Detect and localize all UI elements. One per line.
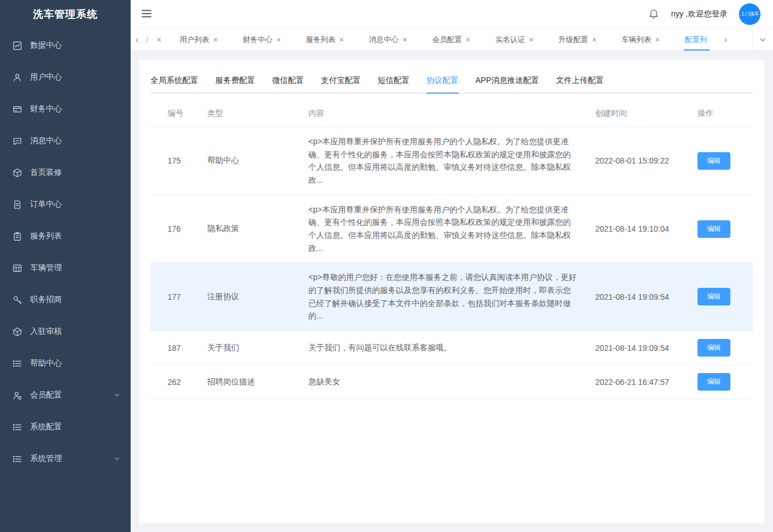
column-header: 类型: [202, 98, 303, 127]
close-tab-icon[interactable]: ×: [466, 36, 470, 44]
config-tab-1[interactable]: 服务费配置: [207, 76, 264, 94]
config-card: 全局系统配置 服务费配置 微信配置 支付宝配置 短信配置 协议配置 APP消息推…: [139, 60, 764, 523]
config-tab-label: 短信配置: [378, 76, 410, 85]
config-tab-label: 协议配置: [427, 76, 458, 85]
config-tab-3[interactable]: 支付宝配置: [312, 76, 369, 94]
sidebar-item-job-investment[interactable]: 职务招商: [0, 284, 131, 316]
tabs-scroll-right-icon[interactable]: ›: [720, 28, 732, 51]
welcome-text: nyy ,欢迎您登录: [671, 9, 728, 19]
sidebar-item-label: 系统管理: [30, 454, 114, 464]
config-tab-0[interactable]: 全局系统配置: [151, 76, 207, 94]
config-tab-label: 文件上传配置: [556, 76, 604, 85]
tab-label: 升级配置: [558, 35, 588, 45]
tab-label: 〉: [145, 35, 153, 45]
cell-id: 177: [151, 263, 202, 331]
config-tab-7[interactable]: 文件上传配置: [548, 76, 612, 94]
sidebar-item-label: 车辆管理: [30, 263, 120, 273]
sidebar-item-vehicle-management[interactable]: 车辆管理: [0, 252, 131, 284]
open-tab-9[interactable]: 配置列: [672, 28, 720, 51]
user-icon: [12, 73, 22, 82]
table-row: 176 隐私政策 <p>本应用尊重并保护所有使用服务用户的个人隐私权。为了给您提…: [151, 195, 753, 263]
cell-actions: 编辑: [692, 195, 753, 263]
open-tab-1[interactable]: 用户列表 ×: [167, 28, 230, 51]
main-area: nyy ,欢迎您登录 上门洗车 ‹ 〉 × 用户列表 × 财务中心 × 服务列表…: [131, 0, 773, 532]
sidebar-item-home-decoration[interactable]: 首页装修: [0, 157, 131, 188]
tab-label: 用户列表: [179, 35, 209, 45]
sidebar-item-label: 服务列表: [30, 231, 120, 241]
open-tab-5[interactable]: 会员配置 ×: [420, 28, 483, 51]
cell-actions: 编辑: [692, 331, 753, 365]
table-row: 187 关于我们 关于我们，有问题可以在线联系客服哦。 2021-08-14 1…: [151, 331, 753, 365]
column-header: 内容: [303, 98, 590, 127]
sidebar-item-system-management[interactable]: 系统管理: [0, 443, 131, 475]
config-tab-5[interactable]: 协议配置: [418, 76, 467, 94]
sidebar-item-order-center[interactable]: 订单中心: [0, 188, 131, 220]
close-tab-icon[interactable]: ×: [157, 36, 161, 44]
config-tab-6[interactable]: APP消息推送配置: [467, 76, 548, 94]
tabs-dropdown-button[interactable]: [752, 28, 773, 51]
cell-created-time: 2022-08-01 15:09:22: [590, 127, 692, 195]
sidebar-item-entry-audit[interactable]: 入驻审核: [0, 316, 131, 347]
sidebar-item-label: 帮助中心: [30, 358, 120, 368]
sidebar-item-message-center[interactable]: 消息中心: [0, 125, 131, 157]
open-tab-0[interactable]: 〉 ×: [143, 28, 167, 51]
close-tab-icon[interactable]: ×: [592, 36, 596, 44]
member-icon: [12, 391, 22, 400]
open-tab-8[interactable]: 车辆列表 ×: [609, 28, 672, 51]
sidebar-item-service-list[interactable]: 服务列表: [0, 220, 131, 252]
sidebar-item-help-center[interactable]: 帮助中心: [0, 347, 131, 379]
edit-button[interactable]: 编辑: [697, 288, 730, 305]
open-tab-6[interactable]: 实名认证 ×: [483, 28, 546, 51]
close-tab-icon[interactable]: ×: [655, 36, 660, 44]
open-tab-4[interactable]: 消息中心 ×: [357, 28, 420, 51]
sidebar-item-finance-center[interactable]: 财务中心: [0, 93, 131, 125]
close-tab-icon[interactable]: ×: [213, 36, 218, 44]
clipboard-icon: [12, 232, 22, 241]
wallet-icon: [12, 104, 22, 114]
sidebar-item-data-center[interactable]: 数据中心: [0, 30, 131, 61]
cell-content: <p>尊敬的用户您好：在您使用本服务之前，请您认真阅读本用户协议，更好的了解我们…: [303, 263, 590, 331]
document-icon: [12, 200, 22, 210]
table-row: 175 帮助中心 <p>本应用尊重并保护所有使用服务用户的个人隐私权。为了给您提…: [151, 127, 753, 195]
open-tab-2[interactable]: 财务中心 ×: [230, 28, 293, 51]
sidebar: 洗车管理系统 数据中心 用户中心 财务中心 消息中心 首页装修 订单中心 服务列…: [0, 0, 131, 532]
open-tab-7[interactable]: 升级配置 ×: [546, 28, 609, 51]
config-tab-2[interactable]: 微信配置: [264, 76, 312, 94]
edit-button[interactable]: 编辑: [697, 152, 730, 170]
sidebar-item-label: 职务招商: [30, 295, 120, 305]
sidebar-item-label: 财务中心: [30, 104, 120, 114]
tabs-bar: ‹ 〉 × 用户列表 × 财务中心 × 服务列表 × 消息中心 × 会员配置 ×…: [131, 28, 773, 51]
message-icon: [12, 136, 22, 146]
list-icon: [12, 422, 22, 432]
collapse-sidebar-button[interactable]: [140, 7, 153, 21]
topbar-right: nyy ,欢迎您登录 上门洗车: [648, 3, 761, 25]
chevron-down-icon: [114, 455, 120, 462]
edit-button[interactable]: 编辑: [697, 339, 730, 357]
config-tab-label: APP消息推送配置: [475, 76, 539, 85]
tabs-scroll-left-icon[interactable]: ‹: [131, 28, 143, 51]
chart-icon: [12, 41, 22, 51]
close-tab-icon[interactable]: ×: [403, 36, 407, 44]
cell-id: 175: [151, 127, 202, 195]
config-tab-4[interactable]: 短信配置: [369, 76, 418, 94]
cell-type: 注册协议: [202, 263, 303, 331]
key-icon: [12, 295, 22, 305]
close-tab-icon[interactable]: ×: [276, 36, 281, 44]
avatar[interactable]: 上门洗车: [739, 3, 761, 25]
edit-button[interactable]: 编辑: [697, 373, 730, 391]
sidebar-menu: 数据中心 用户中心 财务中心 消息中心 首页装修 订单中心 服务列表 车辆管理: [0, 28, 131, 532]
edit-button[interactable]: 编辑: [697, 220, 730, 238]
notification-bell-icon[interactable]: [648, 9, 659, 20]
config-table-wrap: 编号类型内容创建时间操作 175 帮助中心 <p>本应用尊重并保护所有使用服务用…: [151, 98, 753, 399]
sidebar-item-member-config[interactable]: 会员配置: [0, 379, 131, 411]
config-tab-label: 支付宝配置: [321, 76, 361, 85]
open-tabs: 〉 × 用户列表 × 财务中心 × 服务列表 × 消息中心 × 会员配置 × 实…: [143, 28, 720, 51]
close-tab-icon[interactable]: ×: [529, 36, 533, 44]
sidebar-item-user-center[interactable]: 用户中心: [0, 61, 131, 93]
app-title: 洗车管理系统: [0, 0, 131, 28]
open-tab-3[interactable]: 服务列表 ×: [294, 28, 357, 51]
close-tab-icon[interactable]: ×: [340, 36, 344, 44]
cell-content: <p>本应用尊重并保护所有使用服务用户的个人隐私权。为了给您提供更准确、更有个性…: [303, 195, 590, 263]
table-row: 177 注册协议 <p>尊敬的用户您好：在您使用本服务之前，请您认真阅读本用户协…: [151, 263, 753, 331]
sidebar-item-system-config[interactable]: 系统配置: [0, 411, 131, 443]
